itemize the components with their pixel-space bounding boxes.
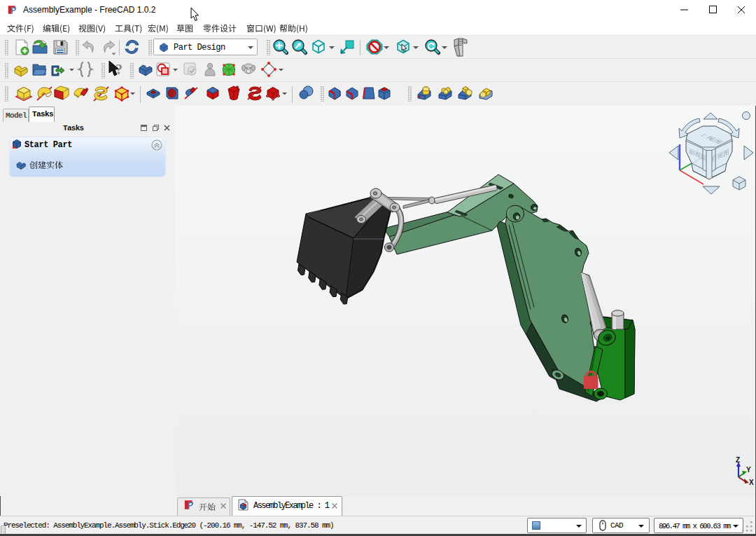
svg-text:X: X bbox=[749, 479, 754, 486]
svg-text:?: ? bbox=[115, 62, 122, 77]
svg-text:Z: Z bbox=[736, 456, 740, 464]
svg-text:Y: Y bbox=[746, 466, 751, 474]
